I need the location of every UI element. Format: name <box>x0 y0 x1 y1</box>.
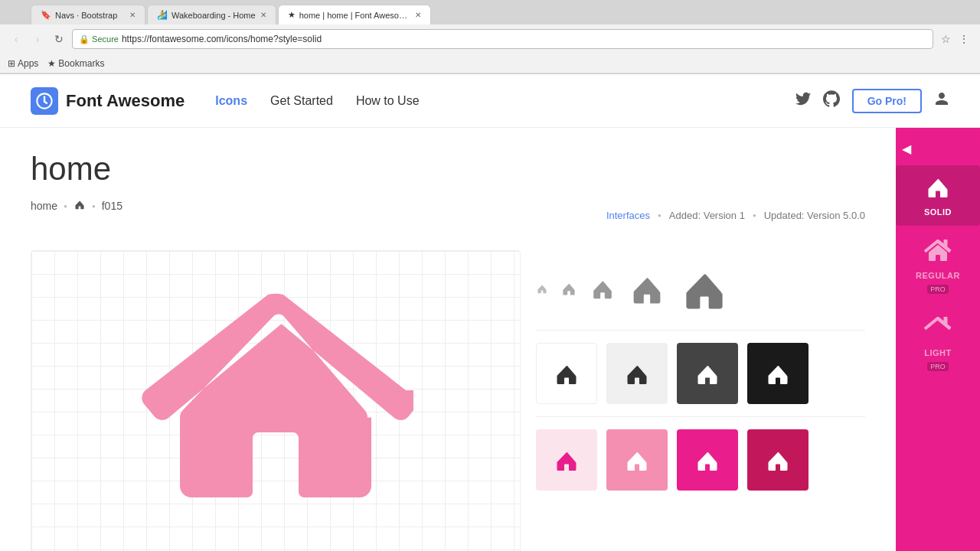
tab-title-1: Navs · Bootstrap <box>55 11 125 20</box>
sidebar-light-badge: PRO <box>927 362 949 371</box>
main-nav: Icons Get Started How to Use <box>215 94 419 108</box>
sidebar-regular-badge: PRO <box>927 285 949 294</box>
variant-dark <box>677 343 738 404</box>
tab-3[interactable]: ★ home | home | Font Awesome ✕ <box>278 5 431 24</box>
menu-button[interactable]: ⋮ <box>956 31 972 47</box>
tab-favicon-2: 🏄 <box>157 10 168 20</box>
variant-pink-deeper <box>747 429 808 491</box>
sidebar-solid-home-icon <box>924 174 952 204</box>
sidebar-item-solid[interactable]: SOLID <box>896 165 980 226</box>
signin-button[interactable] <box>934 91 949 110</box>
sidebar-item-regular[interactable]: REGULAR PRO <box>896 229 980 303</box>
tab-favicon-1: 🔖 <box>41 10 51 20</box>
nav-icons[interactable]: Icons <box>215 94 247 108</box>
variant-icon-xl <box>678 262 730 318</box>
back-button[interactable]: ‹ <box>8 31 24 47</box>
sidebar-regular-home-icon <box>924 238 952 268</box>
added-text: Added: Version 1 <box>669 210 745 221</box>
variant-icon-md <box>590 276 616 305</box>
github-icon[interactable] <box>823 90 840 111</box>
bookmark-apps[interactable]: ⊞ Apps <box>8 58 38 69</box>
logo-text: Font Awesome <box>66 91 185 111</box>
icon-display <box>31 250 865 551</box>
apps-icon: ⊞ <box>8 58 15 69</box>
big-home-icon <box>138 253 413 551</box>
variant-pink-dark <box>677 429 738 491</box>
interfaces-link[interactable]: Interfaces <box>606 210 650 221</box>
url-bar[interactable]: 🔒 Secure https://fontawesome.com/icons/h… <box>72 29 933 49</box>
header-right: Go Pro! <box>795 89 949 113</box>
breadcrumb-code: f015 <box>102 200 122 212</box>
nav-get-started[interactable]: Get Started <box>270 94 333 108</box>
tab-bar: 🔖 Navs · Bootstrap ✕ 🏄 Wakeboarding - Ho… <box>0 0 980 24</box>
nav-how-to-use[interactable]: How to Use <box>356 94 420 108</box>
tab-title-3: home | home | Font Awesome <box>299 11 410 20</box>
site-header: Font Awesome Icons Get Started How to Us… <box>0 74 980 128</box>
content-area: home home ● ● f015 Interfaces ● <box>0 128 896 551</box>
breadcrumb-dot-1: ● <box>64 203 67 210</box>
variant-pink-light <box>536 429 597 491</box>
tab-title-2: Wakeboarding - Home <box>172 11 256 20</box>
bookmark-bookmarks[interactable]: ★ Bookmarks <box>47 58 104 69</box>
breadcrumb: home ● ● f015 <box>31 198 122 214</box>
variant-icon-sm <box>560 280 577 300</box>
logo[interactable]: Font Awesome <box>31 87 185 115</box>
reload-button[interactable]: ↻ <box>51 31 67 47</box>
sidebar-solid-label: SOLID <box>924 207 952 217</box>
go-pro-button[interactable]: Go Pro! <box>852 89 922 113</box>
breadcrumb-dot-2: ● <box>92 203 96 210</box>
variant-icon-xs <box>536 282 548 298</box>
variant-pink-mid <box>606 429 668 491</box>
bookmarks-star-icon: ★ <box>47 58 56 69</box>
sidebar-regular-label: REGULAR <box>916 271 960 280</box>
bookmarks-label: Bookmarks <box>58 58 104 69</box>
pink-variants-row <box>536 417 865 503</box>
size-variants-row <box>536 250 865 331</box>
page: Font Awesome Icons Get Started How to Us… <box>0 74 980 551</box>
bookmark-star[interactable]: ☆ <box>941 33 951 45</box>
sidebar-light-home-icon <box>924 315 952 345</box>
tab-favicon-3: ★ <box>288 10 296 20</box>
breadcrumb-home-text: home <box>31 200 57 212</box>
breadcrumb-row: home ● ● f015 Interfaces ● Added: Versio… <box>31 198 865 232</box>
bookmarks-bar: ⊞ Apps ★ Bookmarks <box>0 54 980 73</box>
icon-variants <box>536 250 865 551</box>
logo-icon <box>31 87 58 115</box>
sidebar-light-label: LIGHT <box>924 348 952 357</box>
variant-light-gray <box>606 343 668 404</box>
sidebar-expand-button[interactable]: ◀ <box>896 135 917 162</box>
twitter-icon[interactable] <box>795 91 811 110</box>
nav-bar: ‹ › ↻ 🔒 Secure https://fontawesome.com/i… <box>0 24 980 54</box>
forward-button[interactable]: › <box>29 31 46 47</box>
url-text: https://fontawesome.com/icons/home?style… <box>122 34 322 44</box>
secure-indicator: 🔒 Secure <box>79 34 119 44</box>
meta-dot-1: ● <box>658 212 662 219</box>
page-title: home <box>31 151 865 187</box>
apps-label: Apps <box>18 58 38 69</box>
tab-1[interactable]: 🔖 Navs · Bootstrap ✕ <box>31 5 145 24</box>
dark-variants-row <box>536 331 865 417</box>
meta-info: Interfaces ● Added: Version 1 ● Updated:… <box>606 210 865 221</box>
icon-preview-large <box>31 250 521 551</box>
variant-icon-lg <box>628 269 666 311</box>
tab-2[interactable]: 🏄 Wakeboarding - Home ✕ <box>147 5 276 24</box>
tab-close-1[interactable]: ✕ <box>129 11 136 19</box>
sidebar-item-light[interactable]: LIGHT PRO <box>896 306 980 380</box>
variant-black <box>747 343 808 404</box>
sidebar: ◀ SOLID REGULAR PRO <box>896 128 980 551</box>
tab-close-3[interactable]: ✕ <box>415 11 421 19</box>
main-content: home home ● ● f015 Interfaces ● <box>0 128 980 551</box>
meta-dot-2: ● <box>753 212 756 219</box>
browser-chrome: 🔖 Navs · Bootstrap ✕ 🏄 Wakeboarding - Ho… <box>0 0 980 74</box>
tab-close-2[interactable]: ✕ <box>260 11 266 19</box>
updated-text: Updated: Version 5.0.0 <box>764 210 865 221</box>
variant-white <box>536 343 597 404</box>
breadcrumb-home-icon <box>74 198 86 214</box>
